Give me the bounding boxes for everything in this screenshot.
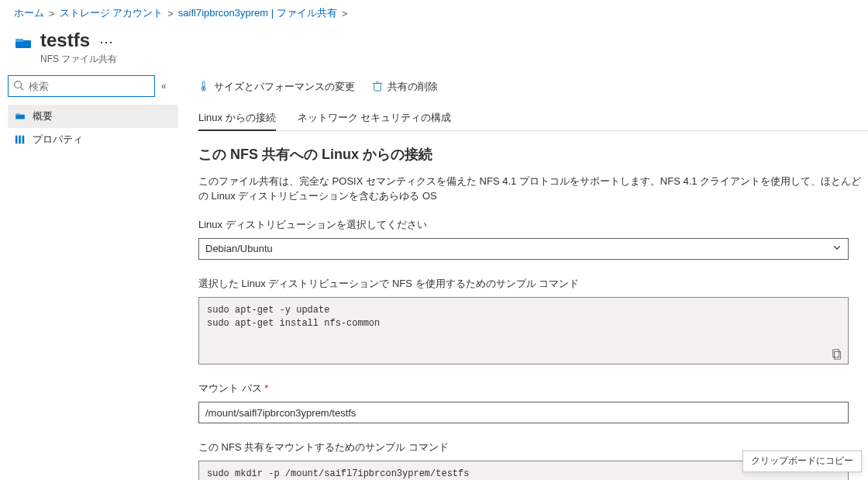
distro-label: Linux ディストリビューションを選択してください xyxy=(198,218,868,232)
sidebar-search[interactable] xyxy=(8,75,155,97)
tab-linux-connect[interactable]: Linux からの接続 xyxy=(198,106,276,131)
copy-icon[interactable] xyxy=(831,348,843,361)
breadcrumb-separator: > xyxy=(167,8,174,19)
toolbar-label: 共有の削除 xyxy=(388,80,438,94)
breadcrumb-home[interactable]: ホーム xyxy=(14,6,44,20)
copy-tooltip: クリップボードにコピー xyxy=(742,451,862,471)
breadcrumb-separator: > xyxy=(49,8,55,19)
svg-rect-15 xyxy=(835,352,841,360)
sidebar: « 概要 プロパティ xyxy=(0,75,178,480)
distro-select-value: Debian/Ubuntu xyxy=(205,243,273,254)
breadcrumb-separator: > xyxy=(342,8,348,19)
tabs: Linux からの接続 ネットワーク セキュリティの構成 xyxy=(198,106,868,131)
sample-setup-code: sudo apt-get -y update sudo apt-get inst… xyxy=(198,297,849,365)
page-subtitle: NFS ファイル共有 xyxy=(40,53,117,66)
toolbar: サイズとパフォーマンスの変更 共有の削除 xyxy=(198,75,868,103)
properties-icon xyxy=(14,133,26,146)
svg-rect-12 xyxy=(374,83,381,91)
more-actions-icon[interactable]: ⋯ xyxy=(99,33,113,50)
breadcrumb-storage-accounts[interactable]: ストレージ アカウント xyxy=(60,6,164,20)
toolbar-delete-share[interactable]: 共有の削除 xyxy=(372,80,438,94)
sidebar-item-label: 概要 xyxy=(33,109,53,123)
svg-rect-5 xyxy=(16,114,20,116)
mount-path-input[interactable]: /mount/saifl7ipbrcon3yprem/testfs xyxy=(198,402,849,423)
sidebar-item-properties[interactable]: プロパティ xyxy=(8,128,178,151)
breadcrumb: ホーム > ストレージ アカウント > saifl7ipbrcon3yprem … xyxy=(0,0,868,26)
thermometer-icon xyxy=(198,81,209,94)
svg-line-3 xyxy=(21,87,24,90)
collapse-sidebar-icon[interactable]: « xyxy=(161,81,167,92)
mount-cmd-code: sudo mkdir -p /mount/saifl7ipbrcon3yprem… xyxy=(198,461,849,480)
svg-rect-16 xyxy=(833,350,839,357)
svg-rect-1 xyxy=(16,39,23,42)
sample-setup-label: 選択した Linux ディストリビューションで NFS を使用するためのサンプル… xyxy=(198,277,868,291)
overview-icon xyxy=(14,110,26,123)
tab-network-security[interactable]: ネットワーク セキュリティの構成 xyxy=(298,106,452,131)
svg-rect-8 xyxy=(22,136,25,144)
search-icon xyxy=(13,80,24,93)
page-title: testfs xyxy=(40,29,90,51)
svg-point-2 xyxy=(15,81,22,88)
toolbar-label: サイズとパフォーマンスの変更 xyxy=(214,80,355,94)
distro-select[interactable]: Debian/Ubuntu xyxy=(198,238,849,260)
sidebar-item-overview[interactable]: 概要 xyxy=(8,105,178,128)
toolbar-size-performance[interactable]: サイズとパフォーマンスの変更 xyxy=(198,80,355,94)
svg-rect-7 xyxy=(19,136,21,144)
chevron-down-icon xyxy=(832,243,842,254)
page-title-row: testfs ⋯ NFS ファイル共有 xyxy=(0,26,868,75)
main-content: サイズとパフォーマンスの変更 共有の削除 Linux からの接続 ネットワーク … xyxy=(178,75,868,480)
breadcrumb-account[interactable]: saifl7ipbrcon3yprem | ファイル共有 xyxy=(178,6,337,20)
trash-icon xyxy=(372,81,383,94)
code-text: sudo apt-get -y update sudo apt-get inst… xyxy=(207,305,380,329)
sidebar-item-label: プロパティ xyxy=(33,133,83,147)
mount-path-label: マウント パス * xyxy=(198,382,868,395)
mount-path-value: /mount/saifl7ipbrcon3yprem/testfs xyxy=(205,407,356,419)
svg-rect-6 xyxy=(16,136,18,144)
file-share-icon xyxy=(14,34,33,53)
svg-point-11 xyxy=(202,88,205,90)
section-title: この NFS 共有への Linux からの接続 xyxy=(198,145,868,164)
sidebar-search-input[interactable] xyxy=(29,81,150,92)
section-description: このファイル共有は、完全な POSIX セマンティクスを備えた NFS 4.1 … xyxy=(198,174,868,204)
